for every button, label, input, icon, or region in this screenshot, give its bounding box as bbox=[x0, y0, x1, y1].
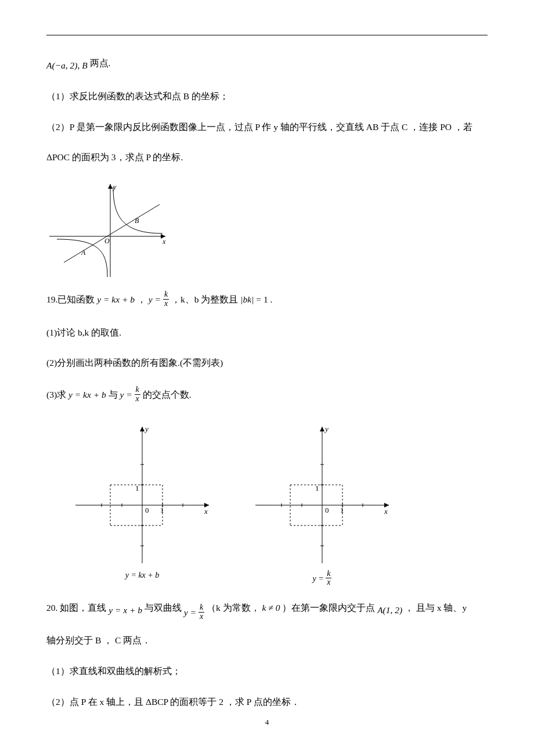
intro-line: A(−a, 2), B 两点. bbox=[46, 59, 488, 73]
q20-l1-c: （k 为常数， bbox=[207, 603, 262, 613]
grid-left-x: x bbox=[204, 507, 208, 516]
q19-eq3: = 1 bbox=[256, 294, 268, 304]
q19-p2: (2)分别画出两种函数的所有图象.(不需列表) bbox=[46, 356, 488, 370]
grid-right-caption-frac: kx bbox=[326, 570, 331, 587]
point-B-label: B bbox=[135, 217, 139, 225]
svg-marker-3 bbox=[108, 184, 113, 189]
point-A-label: A bbox=[81, 249, 86, 257]
grid-right-caption-lhs: y = bbox=[313, 574, 324, 583]
q20-neq: k ≠ 0 bbox=[262, 603, 280, 613]
q19-p3-eq1: y = kx + b bbox=[68, 390, 106, 399]
q20-pointA: A(1, 2) bbox=[377, 605, 402, 615]
grid-figures: y x 0 1 1 y = kx + b bbox=[70, 421, 488, 588]
grid-left-O: 0 bbox=[145, 506, 149, 514]
q-part2-a: （2）P 是第一象限内反比例函数图像上一点，过点 P 作 y 轴的平行线，交直线… bbox=[46, 120, 488, 135]
grid-left-caption: y = kx + b bbox=[125, 571, 160, 580]
axis-y-label: y bbox=[113, 183, 117, 191]
q-part2-b-text: ΔPOC 的面积为 3，求点 P 的坐标. bbox=[46, 152, 183, 162]
q20-line2: 轴分别交于 B ， C 两点． bbox=[46, 633, 488, 648]
q19-p1: (1)讨论 b,k 的取值. bbox=[46, 326, 488, 340]
grid-right-1y: 1 bbox=[315, 484, 319, 492]
grid-left-y: y bbox=[144, 424, 149, 433]
q20-eq1: y = x + b bbox=[109, 605, 142, 615]
q-part1: （1）求反比例函数的表达式和点 B 的坐标； bbox=[46, 89, 488, 104]
q19-stem-a: 19.已知函数 bbox=[46, 294, 97, 304]
q19-p3-mid: 与 bbox=[109, 390, 120, 399]
grid-right-y: y bbox=[324, 424, 329, 433]
q20-l1-a: 20. 如图，直线 bbox=[46, 603, 109, 613]
q20-p2: （2）点 P 在 x 轴上，且 ΔBCP 的面积等于 2 ，求 P 点的坐标． bbox=[46, 695, 488, 710]
q19-sep1: ， bbox=[137, 294, 149, 304]
q19-stem: 19.已知函数 y = kx + b ， y = kx ，k、b 为整数且 |b… bbox=[46, 291, 488, 309]
grid-right-O: 0 bbox=[325, 506, 329, 514]
q20-p1: （1）求直线和双曲线的解析式； bbox=[46, 664, 488, 679]
axis-x-label: x bbox=[162, 237, 166, 246]
points-AB: A(−a, 2), B bbox=[46, 60, 88, 70]
svg-marker-24 bbox=[320, 427, 324, 431]
q19-eq2-lhs: y = bbox=[149, 294, 161, 304]
top-rule bbox=[46, 35, 488, 35]
grid-left-1y: 1 bbox=[135, 484, 139, 492]
grid-left-col: y x 0 1 1 y = kx + b bbox=[70, 421, 215, 588]
q19-abs: |bk| bbox=[240, 294, 254, 304]
q20-eq2-lhs: y = bbox=[184, 607, 196, 617]
q19-p3: (3)求 y = kx + b 与 y = kx 的交点个数. bbox=[46, 387, 488, 404]
grid-right-caption: y = kx bbox=[313, 571, 332, 588]
q19-sep2: ，k、b 为整数且 bbox=[171, 294, 238, 304]
svg-line-4 bbox=[64, 204, 160, 262]
figure-1-svg: y x O A B bbox=[46, 181, 174, 280]
q19-eq2-frac: kx bbox=[163, 290, 169, 308]
q20-l1-e: ， 且与 x 轴、y bbox=[405, 603, 467, 613]
intro-suffix: 两点. bbox=[90, 58, 111, 68]
q20-l1-b: 与双曲线 bbox=[145, 603, 184, 613]
figure-1: y x O A B bbox=[46, 181, 488, 280]
page: A(−a, 2), B 两点. （1）求反比例函数的表达式和点 B 的坐标； （… bbox=[0, 0, 534, 756]
q19-eq1: y = kx + b bbox=[97, 294, 135, 304]
grid-right-1x: 1 bbox=[340, 506, 344, 514]
grid-right-x: x bbox=[384, 507, 388, 516]
q-part2-b: ΔPOC 的面积为 3，求点 P 的坐标. bbox=[46, 150, 488, 165]
grid-left: y x 0 1 1 bbox=[70, 421, 215, 566]
grid-right: y x 0 1 1 bbox=[250, 421, 395, 566]
q19-p3-b: 的交点个数. bbox=[143, 390, 192, 399]
origin-label: O bbox=[104, 237, 110, 245]
q19-p3-frac: kx bbox=[135, 386, 140, 403]
q20-line1: 20. 如图，直线 y = x + b 与双曲线 y = kx （k 为常数， … bbox=[46, 600, 488, 617]
q20-eq2-frac: kx bbox=[199, 603, 204, 621]
q20-l1-d: ）在第一象限内交于点 bbox=[282, 603, 377, 613]
q19-period: . bbox=[270, 294, 273, 304]
q19-p3-a: (3)求 bbox=[46, 390, 68, 399]
svg-marker-8 bbox=[140, 427, 145, 431]
grid-left-1x: 1 bbox=[160, 506, 164, 514]
page-number: 4 bbox=[0, 718, 534, 727]
q19-p3-eq2-lhs: y = bbox=[120, 390, 132, 399]
grid-right-col: y x 0 1 1 y = kx bbox=[250, 421, 395, 588]
